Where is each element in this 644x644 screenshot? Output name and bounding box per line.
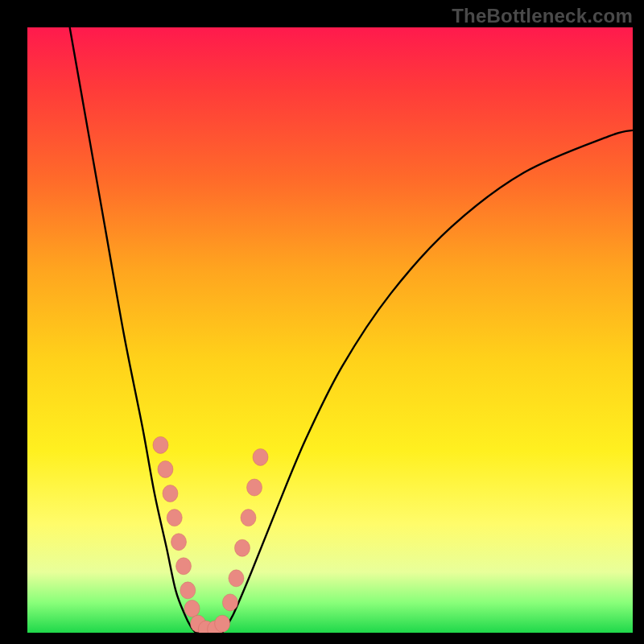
data-point: [229, 570, 244, 587]
data-point-markers: [153, 436, 268, 633]
watermark-text: TheBottleneck.com: [452, 5, 633, 27]
data-point: [215, 615, 230, 632]
data-point: [247, 479, 262, 496]
data-point: [253, 448, 268, 465]
data-point: [222, 594, 237, 611]
data-point: [180, 582, 196, 599]
data-point: [176, 558, 192, 575]
data-point: [234, 539, 250, 556]
plot-area: [27, 27, 633, 633]
data-point: [241, 510, 256, 526]
data-point: [171, 534, 187, 551]
right-curve: [222, 130, 633, 633]
chart-frame: TheBottleneck.com: [0, 0, 644, 644]
data-point: [184, 600, 200, 617]
data-point: [167, 510, 182, 526]
data-point: [163, 485, 178, 502]
data-point: [153, 436, 168, 453]
chart-svg: [27, 27, 633, 633]
data-point: [158, 460, 173, 477]
